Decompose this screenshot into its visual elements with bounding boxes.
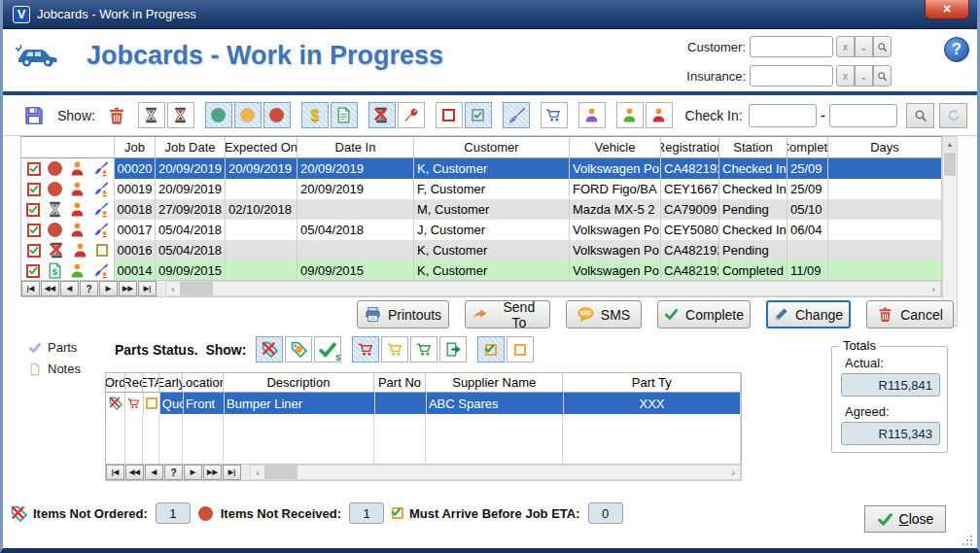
col-complete[interactable]: Complete (788, 137, 828, 157)
toggle-square-red-icon[interactable] (436, 102, 463, 128)
toggle-square-orange-icon[interactable] (507, 336, 534, 363)
parts-horizontal-scrollbar[interactable]: ‹ › (250, 465, 741, 480)
toggle-person-green-icon[interactable] (616, 102, 644, 128)
toggle-checkbox-green-icon[interactable] (465, 102, 492, 128)
toggle-hourglass-urgent-icon[interactable] (167, 102, 194, 128)
nav-help-button[interactable]: ? (164, 465, 183, 480)
col-customer[interactable]: Customer (414, 137, 570, 157)
toggle-status-red-icon[interactable] (263, 102, 291, 128)
scroll-left-icon[interactable]: ‹ (251, 466, 264, 479)
toggle-hourglass-crossed-icon[interactable] (368, 102, 396, 128)
sms-button[interactable]: SMS (566, 300, 642, 328)
customer-dropdown-button[interactable]: ⌄ (855, 36, 873, 57)
col-expected-on[interactable]: Expected On (226, 137, 298, 157)
checkbox-checked-icon[interactable] (26, 203, 40, 217)
nav-help-button[interactable]: ? (80, 281, 98, 296)
toggle-person-red-icon[interactable] (646, 102, 673, 128)
tab-notes[interactable]: Notes (28, 362, 81, 376)
checkbox-checked-icon[interactable] (27, 162, 41, 176)
table-row[interactable]: 00019 20/09/2019 20/09/2019 F, Customer … (21, 179, 942, 199)
tab-parts[interactable]: Parts (28, 340, 77, 355)
col-description[interactable]: Description (224, 373, 374, 392)
insurance-search-button[interactable] (873, 65, 892, 86)
col-location[interactable]: Location (183, 373, 224, 392)
scroll-up-icon[interactable]: ▲ (943, 137, 957, 152)
toggle-status-green-icon[interactable] (205, 102, 232, 128)
nav-prev-button[interactable]: ◀ (145, 465, 163, 480)
jobs-vertical-scrollbar[interactable]: ▲ ▼ (942, 136, 958, 327)
col-supplier-name[interactable]: Supplier Name (426, 373, 563, 392)
nav-first-button[interactable]: |◀ (106, 465, 124, 480)
save-button[interactable] (22, 104, 46, 127)
table-row[interactable]: 00018 27/09/2018 02/10/2018 M, Customer … (21, 199, 942, 220)
customer-clear-button[interactable]: x (836, 36, 855, 57)
checkbox-checked-icon[interactable] (27, 183, 41, 196)
col-part-no[interactable]: Part No (374, 373, 426, 392)
toggle-tag-received-icon[interactable]: $ (314, 336, 341, 363)
delete-icon[interactable] (105, 104, 128, 127)
scroll-thumb[interactable] (944, 153, 956, 176)
toggle-wrench-icon[interactable] (398, 102, 425, 128)
table-row[interactable]: 00020 20/09/2019 20/09/2019 20/09/2019 K… (21, 158, 942, 179)
col-ord[interactable]: Ord (106, 373, 125, 392)
col-early[interactable]: Early (159, 373, 183, 392)
insurance-input[interactable] (750, 65, 833, 86)
col-registration[interactable]: Registration (661, 137, 719, 157)
col-job[interactable]: Job (115, 137, 156, 157)
complete-button[interactable]: Complete (657, 300, 751, 328)
checkin-from-input[interactable] (749, 104, 817, 127)
col-station[interactable]: Station (719, 137, 788, 157)
col-days[interactable]: Days (828, 137, 942, 157)
toggle-status-orange-icon[interactable] (234, 102, 262, 128)
scroll-thumb[interactable] (264, 466, 298, 479)
col-job-date[interactable]: Job Date (156, 137, 226, 157)
col-part-type[interactable]: Part Ty (563, 373, 741, 392)
scroll-right-icon[interactable]: › (927, 282, 940, 295)
customer-search-button[interactable] (873, 36, 892, 57)
nav-next-button[interactable]: ▶ (99, 281, 118, 296)
nav-next-button[interactable]: ▶ (184, 465, 202, 480)
checkbox-checked-icon[interactable] (27, 224, 41, 237)
toggle-money-icon[interactable]: $ (301, 102, 329, 128)
nav-next-page-button[interactable]: ▶▶ (203, 465, 222, 480)
change-button[interactable]: Change (766, 300, 851, 328)
insurance-clear-button[interactable]: x (836, 65, 855, 86)
nav-prev-button[interactable]: ◀ (60, 281, 79, 296)
col-eta[interactable]: ETA (143, 373, 159, 392)
customer-input[interactable] (750, 36, 833, 57)
cancel-button[interactable]: Cancel (866, 300, 954, 328)
printouts-button[interactable]: Printouts (357, 300, 449, 328)
scroll-thumb[interactable] (180, 282, 213, 295)
parts-row[interactable]: Quo Front Bumper Liner ABC Spares XXX (106, 393, 741, 414)
checkin-refresh-button[interactable] (939, 103, 967, 128)
nav-prev-page-button[interactable]: ◀◀ (125, 465, 144, 480)
toggle-document-icon[interactable] (331, 102, 358, 128)
nav-prev-page-button[interactable]: ◀◀ (41, 281, 59, 296)
toggle-person-purple-icon[interactable] (578, 102, 606, 128)
toggle-cart-yellow-icon[interactable] (381, 336, 408, 363)
resize-grip-icon[interactable] (962, 535, 973, 546)
help-icon[interactable] (944, 37, 969, 62)
col-date-in[interactable]: Date In (298, 137, 414, 157)
scroll-left-icon[interactable]: ‹ (166, 282, 180, 295)
col-rec[interactable]: Rec (125, 373, 143, 392)
table-row[interactable]: 00017 05/04/2018 05/04/2018 J, Customer … (21, 220, 942, 240)
checkbox-checked-icon[interactable] (26, 264, 40, 278)
close-button[interactable]: Close (864, 505, 946, 533)
window-close-button[interactable]: × (925, 0, 969, 19)
send-to-button[interactable]: Send To (465, 300, 550, 328)
toggle-export-icon[interactable] (439, 336, 467, 363)
toggle-cart-icon[interactable] (541, 102, 568, 128)
toggle-hourglass-icon[interactable] (138, 102, 165, 128)
checkin-to-input[interactable] (829, 104, 897, 127)
toggle-checkbox-orange-icon[interactable] (477, 336, 505, 363)
jobs-horizontal-scrollbar[interactable]: ‹ › (165, 281, 941, 296)
toggle-cart-green-icon[interactable] (410, 336, 438, 363)
table-row[interactable]: 00014 09/09/2015 09/09/2015 K, Customer … (21, 260, 942, 281)
nav-next-page-button[interactable]: ▶▶ (119, 281, 137, 296)
scroll-right-icon[interactable]: › (726, 466, 740, 479)
toggle-cart-red-icon[interactable] (352, 336, 379, 363)
nav-first-button[interactable]: |◀ (21, 281, 40, 296)
toggle-tag-pending-icon[interactable] (285, 336, 312, 363)
insurance-dropdown-button[interactable]: ⌄ (855, 65, 873, 86)
